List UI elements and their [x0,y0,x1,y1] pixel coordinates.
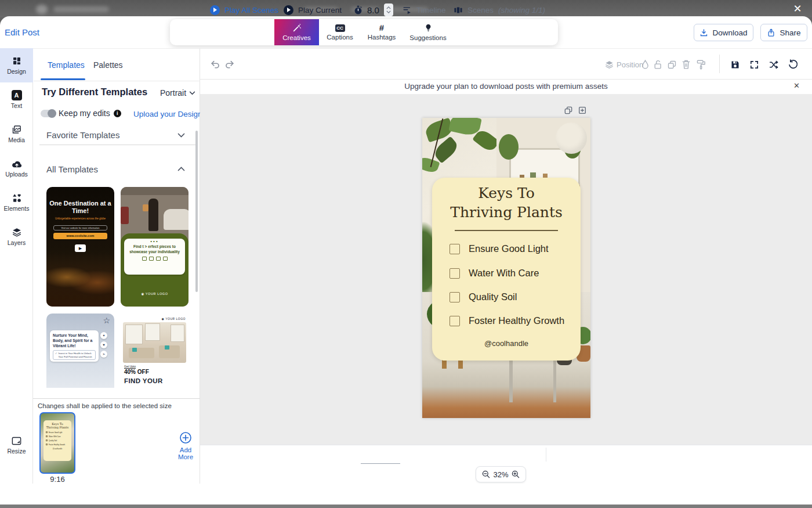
play-icon [210,5,220,15]
checklist-item[interactable]: Water With Care [449,268,539,279]
timeline-button[interactable]: Timeline [403,0,446,20]
text-icon: A [12,90,22,100]
sidebar-item-text[interactable]: A Text [0,82,33,117]
tab-label: Captions [327,34,353,41]
add-scene-icon[interactable] [578,106,587,115]
play-all-scenes-button[interactable]: Play All Scenes [210,0,278,20]
canvas-toolbar [200,48,812,80]
close-icon[interactable]: ✕ [790,1,805,16]
redo-icon[interactable] [224,60,235,70]
tab-label: Creatives [282,34,311,41]
share-label: Share [780,28,800,37]
sidebar-item-label: Text [11,102,22,109]
sidebar-item-design[interactable]: Design [0,48,33,82]
social-icon: ♥ [100,341,107,348]
add-more-button[interactable]: Add More [173,431,198,460]
shuffle-icon[interactable] [768,60,779,70]
chevron-down-icon[interactable] [177,133,185,138]
banner-close-icon[interactable]: ✕ [793,81,800,90]
favorite-templates-section[interactable]: Favorite Templates [46,130,119,140]
template-text: Find t > erfect pieces to showcase your … [124,244,185,255]
scenes-count: (showing 1/1) [498,6,545,15]
share-button[interactable]: Share [760,24,807,41]
play-current-button[interactable]: Play Current [284,0,342,20]
edit-post-link[interactable]: Edit Post [5,27,39,37]
zoom-level: 32% [493,470,508,479]
download-label: Download [712,28,747,37]
tab-hashtags[interactable]: # Hashtags [363,19,400,45]
offer-small: Get Upto [124,365,136,368]
scene-duration-control[interactable]: 8.0 [354,0,393,20]
blend-droplet-icon[interactable] [640,59,650,70]
duration-stepper[interactable] [384,3,393,16]
duplicate-scene-icon[interactable] [564,106,573,115]
zoom-out-icon[interactable] [481,470,491,479]
orientation-value: Portrait [160,88,186,98]
sidebar-item-media[interactable]: Media [0,117,33,151]
delete-trash-icon[interactable] [682,59,691,70]
template-card-travel[interactable]: One Destination at a Time! Unforgettable… [46,187,114,307]
save-icon[interactable] [730,60,740,70]
info-icon[interactable]: i [114,110,121,117]
sidebar-item-uploads[interactable]: Uploads [0,151,33,185]
template-card-boutique[interactable]: ••• Find t > erfect pieces to showcase y… [121,187,188,307]
orientation-dropdown[interactable]: Portrait [160,88,195,98]
unlock-icon[interactable] [653,59,663,70]
checklist-item[interactable]: Foster Healthy Growth [449,315,564,326]
all-templates-section[interactable]: All Templates [46,164,98,174]
keep-edits-toggle[interactable] [41,110,56,117]
tab-palettes[interactable]: Palettes [93,60,123,70]
divider [455,230,558,231]
duplicate-icon[interactable] [667,60,677,70]
download-button[interactable]: Download [694,24,753,41]
template-photo [46,253,114,307]
upload-design-link[interactable]: Upload your Design [133,110,202,118]
position-layers-icon[interactable] [604,60,614,69]
captions-cc-icon: CC [335,24,345,32]
design-title[interactable]: Keys To Thriving Plants [432,183,581,222]
plus-circle-icon [179,431,192,444]
scenes-button[interactable]: Scenes (showing 1/1) [454,0,545,20]
checklist-item[interactable]: Ensure Good Light [449,243,549,254]
tab-suggestions[interactable]: Suggestions [406,19,450,45]
favorite-star-icon[interactable]: ☆ [103,316,110,325]
share-icon [767,28,775,37]
tab-label: Suggestions [409,34,446,41]
sidebar-item-layers[interactable]: Layers [0,219,33,254]
position-label[interactable]: Position [617,60,643,69]
paint-roller-icon[interactable] [696,59,706,70]
checkbox-icon [449,268,460,279]
media-photo-icon [11,124,22,135]
play-icon [284,5,293,15]
sidebar-item-label: Resize [7,448,26,455]
design-handle[interactable]: @coolhandle [432,339,581,348]
undo-icon[interactable] [210,60,220,70]
upgrade-banner-text: Upgrade your plan to download posts with… [200,82,812,91]
checklist-item[interactable]: Quality Soil [449,291,517,302]
tab-templates[interactable]: Templates [48,60,85,70]
size-thumbnail-9-16[interactable]: Keys ToThriving Plants Ensure Good Light… [39,412,75,474]
sidebar-item-resize[interactable]: Resize [0,428,33,462]
tab-creatives[interactable]: Creatives [274,19,319,45]
template-card-wellness[interactable]: ☆ Nurture Your Mind, Body, and Spirit fo… [46,314,114,388]
layers-icon [12,227,22,237]
upgrade-banner: Upgrade your plan to download posts with… [200,80,812,94]
tab-captions[interactable]: CC Captions [322,19,357,45]
chevron-down-icon [189,91,195,95]
keep-edits-label: Keep my edits i [59,109,121,118]
hashtag-icon: # [379,24,384,32]
sidebar-item-elements[interactable]: Elements [0,185,33,219]
magic-wand-icon [292,23,302,33]
checkbox-icon [449,292,460,302]
chevron-up-icon[interactable] [177,167,185,171]
design-canvas[interactable]: Keys To Thriving Plants Ensure Good Ligh… [422,118,590,418]
reset-icon[interactable] [788,59,798,70]
template-card-realestate[interactable]: ◉ YOUR LOGO Get Upto 40% OFF FIND YOUR D… [121,314,188,388]
design-text-card[interactable]: Keys To Thriving Plants Ensure Good Ligh… [432,178,581,361]
playbar-overlay [200,445,812,464]
fullscreen-icon[interactable] [749,60,759,70]
template-text-card: Nurture Your Mind, Body, and Spirit for … [50,330,99,362]
zoom-in-icon[interactable] [511,470,520,479]
template-photo [121,187,188,195]
duration-value[interactable]: 8.0 [367,5,379,15]
